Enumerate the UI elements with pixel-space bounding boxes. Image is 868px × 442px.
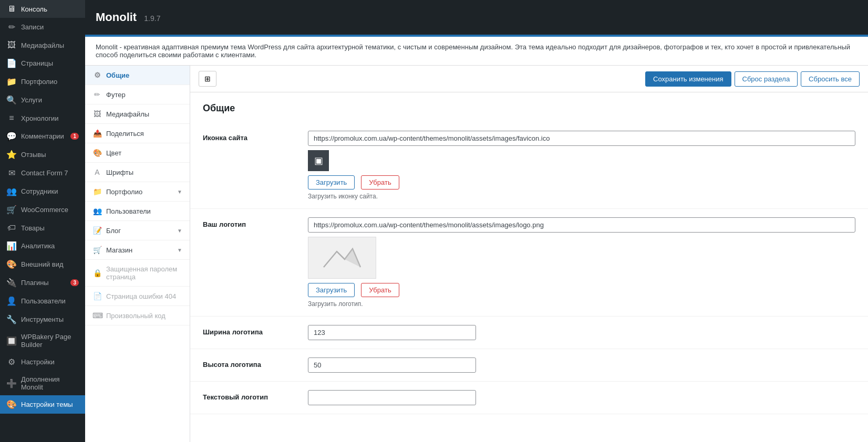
sidebar-item-users[interactable]: 👤 Пользователи <box>0 292 85 310</box>
sidebar-item-portfolio[interactable]: 📁 Портфолио <box>0 72 85 91</box>
form-row-logo: Ваш логотип ЗагрузитьУбратьЗагрузить лог… <box>190 209 868 317</box>
nav-item-color[interactable]: 🎨 Цвет <box>85 143 190 163</box>
sidebar-label-appearance: Внешний вид <box>21 260 64 268</box>
nav-item-users[interactable]: 👥 Пользователи <box>85 202 190 221</box>
sidebar-item-monolit-addons[interactable]: ➕ Дополнения Monolit <box>0 371 85 395</box>
sidebar-icon-staff: 👥 <box>6 186 17 196</box>
nav-label-color: Цвет <box>106 149 121 157</box>
sidebar-label-wpbakery: WPBakery Page Builder <box>21 333 79 349</box>
sidebar-item-products[interactable]: 🏷 Товары <box>0 219 85 237</box>
nav-chevron-blog: ▼ <box>177 228 182 234</box>
sidebar-label-theme-settings: Настройки темы <box>21 401 73 408</box>
field-control-text-logo <box>308 390 855 405</box>
main-content: Monolit 1.9.7 Monolit - креативная адапт… <box>85 0 868 442</box>
sidebar-icon-woocommerce: 🛒 <box>6 205 17 215</box>
nav-icon-error404: 📄 <box>92 292 102 300</box>
sidebar-item-posts[interactable]: ✏ Записи <box>0 18 85 36</box>
upload-btn-logo[interactable]: Загрузить <box>308 283 355 297</box>
nav-item-media[interactable]: 🖼 Медиафайлы <box>85 104 190 124</box>
sidebar-icon-pages: 📄 <box>6 58 17 68</box>
sidebar-item-plugins[interactable]: 🔌 Плагины 3 <box>0 273 85 292</box>
nav-item-custom-code[interactable]: ⌨ Произвольный код <box>85 306 190 325</box>
sidebar-item-services[interactable]: 🔍 Услуги <box>0 91 85 109</box>
sidebar-item-theme-settings[interactable]: 🎨 Настройки темы <box>0 395 85 414</box>
favicon-preview-site-icon: ▣ <box>308 150 329 171</box>
nav-item-blog[interactable]: 📝 Блог ▼ <box>85 221 190 240</box>
nav-icon-footer: ✏ <box>92 90 102 99</box>
sidebar-icon-users: 👤 <box>6 296 17 306</box>
field-input-logo[interactable] <box>308 217 855 233</box>
sidebar-label-plugins: Плагины <box>21 279 49 287</box>
sidebar-icon-cf7: ✉ <box>6 168 17 178</box>
nav-label-blog: Блог <box>106 227 121 235</box>
field-input-text-logo[interactable] <box>308 390 476 405</box>
sidebar-label-analytics: Аналитика <box>21 242 55 250</box>
sidebar-item-comments[interactable]: 💬 Комментарии 1 <box>0 127 85 145</box>
nav-icon-shop: 🛒 <box>92 246 102 254</box>
sidebar-item-wpbakery[interactable]: 🔲 WPBakery Page Builder <box>0 329 85 353</box>
nav-label-portfolio: Портфолио <box>106 188 142 196</box>
sidebar-label-media: Медиафайлы <box>21 41 64 49</box>
remove-btn-site-icon[interactable]: Убрать <box>361 175 399 190</box>
sidebar-icon-appearance: 🎨 <box>6 259 17 269</box>
nav-item-share[interactable]: 📤 Поделиться <box>85 124 190 143</box>
sidebar-icon-analytics: 📊 <box>6 241 17 251</box>
field-input-site-icon[interactable] <box>308 131 855 146</box>
nav-label-custom-code: Произвольный код <box>106 312 166 320</box>
field-label-text-logo: Текстовый логотип <box>203 390 308 401</box>
sidebar-item-analytics[interactable]: 📊 Аналитика <box>0 237 85 255</box>
sidebar-item-staff[interactable]: 👥 Сотрудники <box>0 182 85 201</box>
nav-icon-blog: 📝 <box>92 226 102 235</box>
remove-btn-logo[interactable]: Убрать <box>361 283 399 297</box>
form-row-logo-height: Высота логотипа <box>190 349 868 382</box>
nav-item-password-page[interactable]: 🔒 Защищенная паролем страница <box>85 260 190 287</box>
sidebar-item-console[interactable]: 🖥 Консоль <box>0 0 85 18</box>
nav-item-fonts[interactable]: A Шрифты <box>85 163 190 182</box>
nav-item-footer[interactable]: ✏ Футер <box>85 85 190 104</box>
reset-all-button[interactable]: Сбросить все <box>801 71 860 87</box>
sidebar-item-appearance[interactable]: 🎨 Внешний вид <box>0 255 85 273</box>
nav-label-general: Общие <box>106 71 129 79</box>
nav-label-users: Пользователи <box>106 207 151 215</box>
sidebar-item-pages[interactable]: 📄 Страницы <box>0 54 85 72</box>
field-control-logo: ЗагрузитьУбратьЗагрузить логотип. <box>308 217 855 308</box>
sidebar-icon-plugins: 🔌 <box>6 278 17 288</box>
nav-item-shop[interactable]: 🛒 Магазин ▼ <box>85 240 190 260</box>
sidebar-label-monolit-addons: Дополнения Monolit <box>21 375 79 391</box>
sidebar-item-reviews[interactable]: ⭐ Отзывы <box>0 145 85 164</box>
layout-icon-button[interactable]: ⊞ <box>199 71 216 87</box>
description-bar: Monolit - креативная адаптивная премиум … <box>85 37 868 66</box>
nav-item-portfolio[interactable]: 📁 Портфолио ▼ <box>85 182 190 202</box>
field-label-logo: Ваш логотип <box>203 217 308 228</box>
reset-section-button[interactable]: Сброс раздела <box>735 71 798 87</box>
sidebar-label-users: Пользователи <box>21 297 66 305</box>
theme-description: Monolit - креативная адаптивная премиум … <box>96 43 850 59</box>
field-input-logo-width[interactable] <box>308 325 476 340</box>
save-button[interactable]: Сохранить изменения <box>645 71 731 87</box>
nav-item-general[interactable]: ⚙ Общие <box>85 66 190 85</box>
sidebar-item-woocommerce[interactable]: 🛒 WooCommerce <box>0 201 85 219</box>
field-control-logo-height <box>308 357 855 373</box>
sidebar-item-settings[interactable]: ⚙ Настройки <box>0 353 85 371</box>
field-input-logo-height[interactable] <box>308 357 476 373</box>
nav-icon-portfolio: 📁 <box>92 187 102 196</box>
sidebar-icon-tools: 🔧 <box>6 314 17 324</box>
sidebar-item-timeline[interactable]: ≡ Хронологии <box>0 109 85 127</box>
sidebar-label-portfolio: Портфолио <box>21 78 57 86</box>
customizer-nav: ⚙ Общие ✏ Футер 🖼 Медиафайлы 📤 Поделитьс… <box>85 66 190 442</box>
sidebar-icon-portfolio: 📁 <box>6 77 17 87</box>
sidebar-label-tools: Инструменты <box>21 315 64 323</box>
sidebar-label-products: Товары <box>21 224 45 232</box>
nav-label-password-page: Защищенная паролем страница <box>106 265 182 281</box>
help-text-site-icon: Загрузить иконку сайта. <box>308 193 855 200</box>
nav-item-error404[interactable]: 📄 Страница ошибки 404 <box>85 287 190 306</box>
sidebar-label-comments: Комментарии <box>21 132 64 140</box>
upload-btn-site-icon[interactable]: Загрузить <box>308 175 355 190</box>
sidebar-label-posts: Записи <box>21 23 44 31</box>
sidebar-item-media[interactable]: 🖼 Медиафайлы <box>0 36 85 54</box>
sidebar-label-reviews: Отзывы <box>21 151 46 159</box>
sidebar-label-pages: Страницы <box>21 59 53 67</box>
form-row-site-icon: Иконка сайта▣ЗагрузитьУбратьЗагрузить ик… <box>190 122 868 209</box>
sidebar-item-tools[interactable]: 🔧 Инструменты <box>0 310 85 329</box>
sidebar-item-cf7[interactable]: ✉ Contact Form 7 <box>0 164 85 182</box>
